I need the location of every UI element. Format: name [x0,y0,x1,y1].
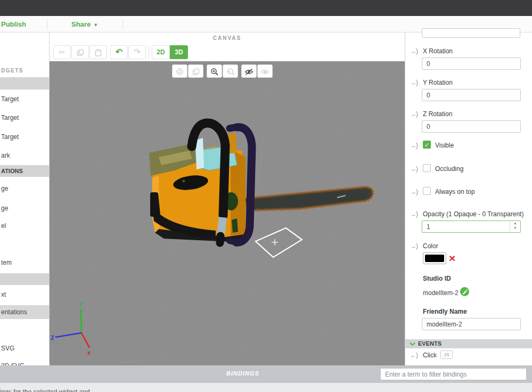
studio-id-value: modelItem-2 [423,289,459,297]
visible-checkbox[interactable]: ✓ [423,141,431,149]
redo-icon: ↷ [134,47,141,56]
duplicate-icon [192,68,200,76]
bindings-panel-body: ings for the selected widget and [0,383,532,392]
color-swatch[interactable] [423,252,446,264]
binding-arrow-icon[interactable]: →) [410,165,418,173]
paste-button[interactable] [89,45,107,59]
events-title: EVENTS [418,339,441,348]
opacity-stepper: ▲ ▼ [422,220,521,233]
spinner-up-icon[interactable]: ▲ [510,221,520,226]
binding-arrow-icon[interactable]: →) [410,210,418,218]
redo-button[interactable]: ↷ [128,45,146,59]
scene-render: Y Z x [50,61,405,365]
y-rotation-input[interactable] [422,89,521,101]
event-arrow-icon[interactable]: ←) [410,352,418,359]
sidebar-item-label[interactable]: el [0,220,49,232]
sidebar-item-gauge[interactable]: ge [0,202,49,214]
axis-x-label: x [87,349,91,356]
bindings-help-text: ings for the selected widget and [0,388,90,392]
sidebar-section-augmentations: ATIONS [0,165,49,177]
studio-id-label: Studio ID [423,275,451,282]
view-2d-button[interactable]: 2D [152,45,170,59]
sidebar-item-target-3[interactable]: Target [0,131,49,143]
share-button[interactable]: Share▼ [71,16,98,32]
toolbar-divider [149,45,149,59]
zoom-to-selection-button[interactable] [223,64,238,78]
hide-button[interactable] [241,64,257,78]
selection-marker [256,228,302,257]
canvas-panel-title: CANVAS [50,32,405,45]
copy-icon [77,49,84,56]
binding-arrow-icon[interactable]: →) [410,242,418,250]
click-event-label: Click [423,352,437,359]
js-editor-button[interactable]: JS [440,350,453,359]
show-button[interactable] [257,64,273,78]
chevron-down-icon: ▼ [93,22,98,28]
z-rotation-input[interactable] [422,120,521,133]
zoom-select-icon [226,68,235,76]
chevron-down-icon [410,342,415,346]
always-on-top-checkbox[interactable] [423,187,431,195]
clipped-property-input[interactable] [422,28,520,38]
color-swatch-value [425,255,444,262]
sidebar-item-image[interactable]: ge [0,183,49,194]
publish-button[interactable]: Publish [1,16,26,32]
occluding-label: Occluding [435,165,463,173]
zoom-in-button[interactable] [207,64,222,78]
bindings-panel-title: BINDINGS [226,370,259,377]
menu-divider [122,19,123,29]
browser-top-bar [0,0,532,16]
wireframe-sphere-icon [176,68,184,76]
cut-button[interactable]: ✂ [53,45,71,59]
sidebar-section-header [0,77,49,89]
widgets-sidebar: DGETS Target Target Target ark ATIONS ge… [0,32,50,363]
clear-color-icon[interactable]: × [449,253,455,264]
axis-y-label: Y [79,301,83,307]
click-event-row: ←) Click JS [405,350,532,363]
x-rotation-label: X Rotation [423,47,453,55]
eye-off-icon [244,68,253,76]
duplicate-button[interactable] [188,64,203,78]
binding-arrow-icon[interactable]: →) [410,188,418,195]
z-rotation-label: Z Rotation [423,110,452,118]
canvas-toolbar: ✂ ↶ ↷ 2D 3D [50,44,405,61]
undo-icon: ↶ [116,47,122,56]
canvas-region: CANVAS ✂ ↶ ↷ [50,32,405,365]
menu-divider [47,19,47,29]
binding-arrow-icon[interactable]: →) [410,142,418,149]
copy-button[interactable] [71,45,89,59]
opacity-spinner[interactable]: ▲ ▼ [510,221,520,232]
scissors-icon: ✂ [59,48,66,56]
x-rotation-input[interactable] [422,58,521,70]
view-3d-button[interactable]: 3D [170,45,188,59]
sidebar-item-text[interactable]: xt [0,289,49,300]
eye-icon [260,68,269,76]
app-window: Publish Share▼ DGETS Target Target Targe… [0,0,532,392]
property-panel: →) X Rotation →) Y Rotation →) Z Rotatio… [405,32,532,365]
sidebar-item-target-2[interactable]: Target [0,112,49,124]
undo-button[interactable]: ↶ [110,45,128,59]
sidebar-item-target-1[interactable]: Target [0,93,49,105]
sidebar-item-svg[interactable]: SVG [0,342,49,354]
color-label: Color [423,242,438,250]
sidebar-item-modelitem[interactable]: tem [0,257,49,268]
sidebar-section-header-2 [0,273,49,285]
sidebar-item-thingmark[interactable]: ark [0,150,49,161]
pencil-icon [460,287,469,296]
binding-arrow-icon[interactable]: →) [410,47,418,55]
zoom-in-icon [210,68,219,76]
viewport-3d[interactable]: Y Z x [50,61,405,365]
binding-arrow-icon[interactable]: →) [410,79,418,86]
sidebar-item-selected[interactable]: entations [0,305,49,319]
opacity-input[interactable] [422,221,508,232]
binding-arrow-icon[interactable]: →) [410,110,418,118]
friendly-name-input[interactable] [422,318,521,330]
events-section-header[interactable]: EVENTS [405,339,532,348]
opacity-label: Opacity (1 Opaque - 0 Transparent) [423,210,523,218]
edit-id-button[interactable] [460,287,469,296]
occluding-checkbox[interactable] [423,164,431,172]
spinner-down-icon[interactable]: ▼ [510,226,520,231]
frame-model-button[interactable] [172,64,187,78]
always-on-top-label: Always on top [435,188,475,195]
bindings-filter-input[interactable] [380,368,527,380]
